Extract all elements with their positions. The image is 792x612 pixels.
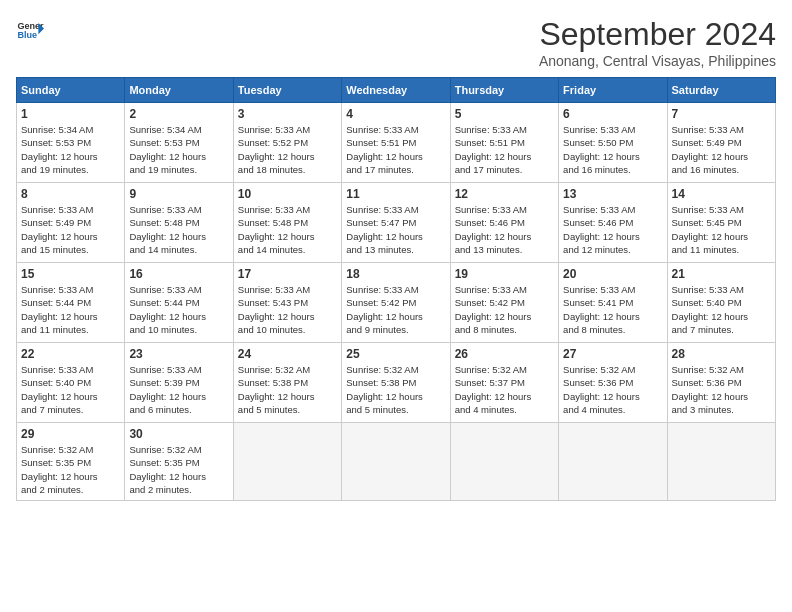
- calendar-cell: 12Sunrise: 5:33 AM Sunset: 5:46 PM Dayli…: [450, 183, 558, 263]
- day-info: Sunrise: 5:33 AM Sunset: 5:48 PM Dayligh…: [238, 203, 337, 256]
- day-info: Sunrise: 5:33 AM Sunset: 5:50 PM Dayligh…: [563, 123, 662, 176]
- weekday-sunday: Sunday: [17, 78, 125, 103]
- week-row-4: 22Sunrise: 5:33 AM Sunset: 5:40 PM Dayli…: [17, 343, 776, 423]
- day-number: 13: [563, 187, 662, 201]
- day-number: 3: [238, 107, 337, 121]
- day-info: Sunrise: 5:32 AM Sunset: 5:35 PM Dayligh…: [21, 443, 120, 496]
- day-info: Sunrise: 5:32 AM Sunset: 5:37 PM Dayligh…: [455, 363, 554, 416]
- day-number: 30: [129, 427, 228, 441]
- day-number: 29: [21, 427, 120, 441]
- calendar-cell: 16Sunrise: 5:33 AM Sunset: 5:44 PM Dayli…: [125, 263, 233, 343]
- calendar-cell: 11Sunrise: 5:33 AM Sunset: 5:47 PM Dayli…: [342, 183, 450, 263]
- day-info: Sunrise: 5:33 AM Sunset: 5:44 PM Dayligh…: [21, 283, 120, 336]
- day-number: 14: [672, 187, 771, 201]
- day-number: 21: [672, 267, 771, 281]
- day-number: 11: [346, 187, 445, 201]
- day-info: Sunrise: 5:33 AM Sunset: 5:40 PM Dayligh…: [21, 363, 120, 416]
- day-info: Sunrise: 5:33 AM Sunset: 5:40 PM Dayligh…: [672, 283, 771, 336]
- calendar-cell: 15Sunrise: 5:33 AM Sunset: 5:44 PM Dayli…: [17, 263, 125, 343]
- calendar-cell: [559, 423, 667, 501]
- day-info: Sunrise: 5:33 AM Sunset: 5:43 PM Dayligh…: [238, 283, 337, 336]
- weekday-monday: Monday: [125, 78, 233, 103]
- calendar-cell: 8Sunrise: 5:33 AM Sunset: 5:49 PM Daylig…: [17, 183, 125, 263]
- day-info: Sunrise: 5:34 AM Sunset: 5:53 PM Dayligh…: [21, 123, 120, 176]
- svg-text:Blue: Blue: [17, 30, 37, 40]
- calendar-cell: 26Sunrise: 5:32 AM Sunset: 5:37 PM Dayli…: [450, 343, 558, 423]
- week-row-3: 15Sunrise: 5:33 AM Sunset: 5:44 PM Dayli…: [17, 263, 776, 343]
- day-info: Sunrise: 5:33 AM Sunset: 5:46 PM Dayligh…: [455, 203, 554, 256]
- calendar-cell: 4Sunrise: 5:33 AM Sunset: 5:51 PM Daylig…: [342, 103, 450, 183]
- calendar: SundayMondayTuesdayWednesdayThursdayFrid…: [16, 77, 776, 501]
- calendar-cell: 24Sunrise: 5:32 AM Sunset: 5:38 PM Dayli…: [233, 343, 341, 423]
- day-number: 17: [238, 267, 337, 281]
- day-number: 24: [238, 347, 337, 361]
- day-info: Sunrise: 5:33 AM Sunset: 5:46 PM Dayligh…: [563, 203, 662, 256]
- day-number: 18: [346, 267, 445, 281]
- day-info: Sunrise: 5:33 AM Sunset: 5:47 PM Dayligh…: [346, 203, 445, 256]
- week-row-1: 1Sunrise: 5:34 AM Sunset: 5:53 PM Daylig…: [17, 103, 776, 183]
- day-number: 19: [455, 267, 554, 281]
- day-info: Sunrise: 5:33 AM Sunset: 5:41 PM Dayligh…: [563, 283, 662, 336]
- day-info: Sunrise: 5:32 AM Sunset: 5:36 PM Dayligh…: [672, 363, 771, 416]
- calendar-cell: 7Sunrise: 5:33 AM Sunset: 5:49 PM Daylig…: [667, 103, 775, 183]
- day-info: Sunrise: 5:33 AM Sunset: 5:48 PM Dayligh…: [129, 203, 228, 256]
- calendar-cell: 1Sunrise: 5:34 AM Sunset: 5:53 PM Daylig…: [17, 103, 125, 183]
- weekday-saturday: Saturday: [667, 78, 775, 103]
- day-number: 5: [455, 107, 554, 121]
- calendar-cell: 29Sunrise: 5:32 AM Sunset: 5:35 PM Dayli…: [17, 423, 125, 501]
- calendar-cell: 6Sunrise: 5:33 AM Sunset: 5:50 PM Daylig…: [559, 103, 667, 183]
- week-row-5: 29Sunrise: 5:32 AM Sunset: 5:35 PM Dayli…: [17, 423, 776, 501]
- day-info: Sunrise: 5:32 AM Sunset: 5:35 PM Dayligh…: [129, 443, 228, 496]
- day-number: 6: [563, 107, 662, 121]
- day-number: 26: [455, 347, 554, 361]
- day-info: Sunrise: 5:33 AM Sunset: 5:51 PM Dayligh…: [346, 123, 445, 176]
- day-info: Sunrise: 5:33 AM Sunset: 5:42 PM Dayligh…: [346, 283, 445, 336]
- calendar-cell: 5Sunrise: 5:33 AM Sunset: 5:51 PM Daylig…: [450, 103, 558, 183]
- day-number: 12: [455, 187, 554, 201]
- day-number: 20: [563, 267, 662, 281]
- calendar-cell: 25Sunrise: 5:32 AM Sunset: 5:38 PM Dayli…: [342, 343, 450, 423]
- calendar-cell: 19Sunrise: 5:33 AM Sunset: 5:42 PM Dayli…: [450, 263, 558, 343]
- calendar-cell: 20Sunrise: 5:33 AM Sunset: 5:41 PM Dayli…: [559, 263, 667, 343]
- day-number: 7: [672, 107, 771, 121]
- calendar-cell: 30Sunrise: 5:32 AM Sunset: 5:35 PM Dayli…: [125, 423, 233, 501]
- calendar-cell: 10Sunrise: 5:33 AM Sunset: 5:48 PM Dayli…: [233, 183, 341, 263]
- day-info: Sunrise: 5:33 AM Sunset: 5:39 PM Dayligh…: [129, 363, 228, 416]
- day-info: Sunrise: 5:33 AM Sunset: 5:52 PM Dayligh…: [238, 123, 337, 176]
- title-area: September 2024 Anonang, Central Visayas,…: [539, 16, 776, 69]
- day-info: Sunrise: 5:33 AM Sunset: 5:49 PM Dayligh…: [21, 203, 120, 256]
- day-number: 9: [129, 187, 228, 201]
- day-info: Sunrise: 5:33 AM Sunset: 5:45 PM Dayligh…: [672, 203, 771, 256]
- calendar-cell: 27Sunrise: 5:32 AM Sunset: 5:36 PM Dayli…: [559, 343, 667, 423]
- day-number: 27: [563, 347, 662, 361]
- weekday-tuesday: Tuesday: [233, 78, 341, 103]
- day-info: Sunrise: 5:33 AM Sunset: 5:51 PM Dayligh…: [455, 123, 554, 176]
- logo-icon: General Blue: [16, 16, 44, 44]
- day-number: 16: [129, 267, 228, 281]
- day-number: 2: [129, 107, 228, 121]
- calendar-cell: 2Sunrise: 5:34 AM Sunset: 5:53 PM Daylig…: [125, 103, 233, 183]
- calendar-cell: 22Sunrise: 5:33 AM Sunset: 5:40 PM Dayli…: [17, 343, 125, 423]
- calendar-cell: [667, 423, 775, 501]
- calendar-cell: 21Sunrise: 5:33 AM Sunset: 5:40 PM Dayli…: [667, 263, 775, 343]
- location-subtitle: Anonang, Central Visayas, Philippines: [539, 53, 776, 69]
- month-title: September 2024: [539, 16, 776, 53]
- calendar-cell: [233, 423, 341, 501]
- weekday-thursday: Thursday: [450, 78, 558, 103]
- day-number: 15: [21, 267, 120, 281]
- day-info: Sunrise: 5:32 AM Sunset: 5:38 PM Dayligh…: [346, 363, 445, 416]
- day-number: 23: [129, 347, 228, 361]
- day-number: 8: [21, 187, 120, 201]
- calendar-cell: 13Sunrise: 5:33 AM Sunset: 5:46 PM Dayli…: [559, 183, 667, 263]
- calendar-cell: 9Sunrise: 5:33 AM Sunset: 5:48 PM Daylig…: [125, 183, 233, 263]
- header: General Blue September 2024 Anonang, Cen…: [16, 16, 776, 69]
- day-number: 28: [672, 347, 771, 361]
- weekday-wednesday: Wednesday: [342, 78, 450, 103]
- calendar-cell: 18Sunrise: 5:33 AM Sunset: 5:42 PM Dayli…: [342, 263, 450, 343]
- calendar-cell: 14Sunrise: 5:33 AM Sunset: 5:45 PM Dayli…: [667, 183, 775, 263]
- weekday-header-row: SundayMondayTuesdayWednesdayThursdayFrid…: [17, 78, 776, 103]
- day-info: Sunrise: 5:34 AM Sunset: 5:53 PM Dayligh…: [129, 123, 228, 176]
- day-info: Sunrise: 5:33 AM Sunset: 5:49 PM Dayligh…: [672, 123, 771, 176]
- day-number: 1: [21, 107, 120, 121]
- weekday-friday: Friday: [559, 78, 667, 103]
